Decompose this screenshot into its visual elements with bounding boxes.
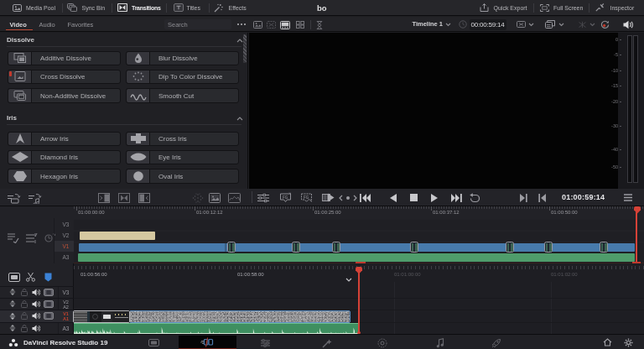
svg-text:FG: FG [283, 195, 288, 200]
svg-text:FG: FG [304, 195, 309, 200]
